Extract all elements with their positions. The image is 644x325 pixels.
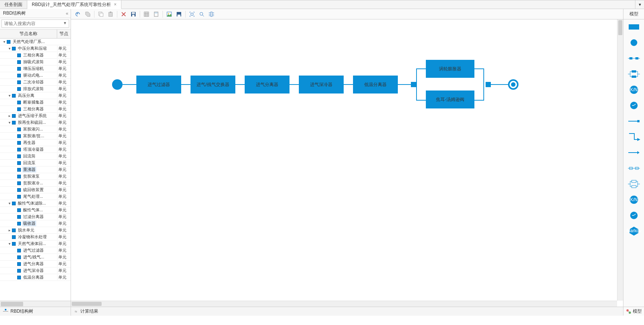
sidebar-collapse-icon[interactable]: « (66, 11, 68, 16)
undo-button[interactable] (74, 10, 82, 18)
tree-row[interactable]: 硫回收装置单元 (0, 187, 71, 193)
block-inlet-filter[interactable]: 进气过滤器 (136, 76, 181, 93)
palette-circle-icon[interactable] (629, 39, 639, 46)
search-input[interactable] (1, 19, 69, 28)
tree-row[interactable]: 低温分离器单元 (0, 274, 71, 281)
expand-icon[interactable]: ▸ (7, 114, 11, 118)
palette-footer-tab[interactable]: 模型 (623, 307, 644, 316)
palette-kn2-icon[interactable]: K/N (629, 196, 639, 203)
palette-kn-icon[interactable]: K/N (629, 86, 639, 93)
tree-row[interactable]: 进气/残气...单元 (0, 254, 71, 261)
fit-button[interactable] (188, 10, 196, 18)
expand-icon[interactable]: ▾ (7, 201, 11, 205)
tree-row[interactable]: 三相分离器单元 (0, 106, 71, 113)
tag-button[interactable] (84, 10, 92, 18)
tree-row[interactable]: 抽吸式滚筒单元 (0, 59, 71, 65)
tree-row[interactable]: ▸进气压缩子系统单元 (0, 113, 71, 119)
tabs-dropdown[interactable]: ▾ (635, 0, 644, 9)
tree-row[interactable]: ▾天然气处理厂系... (0, 39, 71, 45)
tab-rbd-design[interactable]: RBD设计_天然气处理厂系统可靠性分析× (27, 0, 121, 9)
canvas-v-scrollbar[interactable] (617, 19, 623, 301)
tree-row[interactable]: 回流筒单元 (0, 153, 71, 160)
block-jt-valve[interactable]: 焦耳-汤姆逊阀 (426, 91, 474, 108)
sidebar-footer-tab[interactable]: RBD结构树 (0, 307, 71, 316)
tree-row[interactable]: 吸收器单元 (0, 220, 71, 227)
block-lt-separator[interactable]: 低温分离器 (353, 76, 398, 93)
calc-button[interactable] (152, 10, 160, 18)
tree-row[interactable]: 贫胺液冷...单元 (0, 180, 71, 187)
tree-row[interactable]: 富胺液闪...单元 (0, 126, 71, 133)
tree-row[interactable]: 酸性气体...单元 (0, 207, 71, 214)
expand-icon[interactable]: ▾ (7, 93, 11, 98)
close-tab-icon[interactable]: × (114, 2, 117, 7)
tree-row[interactable]: 断塞捕集器单元 (0, 99, 71, 106)
paste-button[interactable] (106, 10, 115, 18)
tree-row[interactable]: 驱动式电...单元 (0, 72, 71, 79)
expand-icon[interactable]: ▾ (2, 40, 6, 44)
palette-elbow-icon[interactable] (629, 133, 639, 141)
tree-row[interactable]: 塔顶冷凝器单元 (0, 146, 71, 153)
tree-row[interactable]: ▾天然气液体回...单元 (0, 240, 71, 247)
delete-button[interactable] (120, 10, 128, 18)
align-button[interactable] (207, 10, 216, 18)
tree-row[interactable]: 尾气处理...单元 (0, 193, 71, 200)
expand-icon[interactable]: ≈ (75, 309, 77, 314)
palette-block-icon[interactable] (629, 23, 639, 31)
palette-series-icon[interactable] (629, 55, 639, 62)
palette-switch-icon[interactable] (629, 102, 639, 109)
expand-icon[interactable]: ▾ (7, 242, 11, 246)
palette-parallel2-icon[interactable] (629, 180, 639, 188)
block-exchanger[interactable]: 进气/残气交换器 (191, 76, 235, 93)
tree-row[interactable]: 二次冷却器单元 (0, 79, 71, 86)
copy-button[interactable] (97, 10, 105, 18)
save-image-button[interactable] (175, 10, 183, 18)
palette-parallel-icon[interactable] (629, 70, 639, 78)
block-separator[interactable]: 进气分离器 (245, 76, 290, 93)
bottom-panel-tab[interactable]: ≈ 计算结果 (71, 307, 623, 316)
palette-line-icon[interactable] (629, 117, 639, 125)
tree-row[interactable]: 进气分离器单元 (0, 261, 71, 267)
canvas-h-scrollbar[interactable] (71, 301, 617, 307)
end-node[interactable] (508, 79, 518, 90)
palette-markov-icon[interactable]: Markov (629, 227, 639, 235)
tree-row[interactable]: ▾酸性气体滤除...单元 (0, 200, 71, 207)
tree-row[interactable]: 贫胺液泵单元 (0, 173, 71, 180)
col-node-name[interactable]: 节点名称 (0, 30, 57, 38)
tree-row[interactable]: ▾高压分离单元 (0, 92, 71, 99)
block-turbo-expander[interactable]: 涡轮膨胀器 (426, 60, 474, 78)
tree-row[interactable]: ▸脱水单元单元 (0, 227, 71, 234)
save-button[interactable] (129, 10, 137, 18)
sidebar-h-scrollbar[interactable] (0, 301, 71, 307)
tree-row[interactable]: 重沸器单元 (0, 166, 71, 173)
tree-row[interactable]: 回流泵单元 (0, 160, 71, 166)
expand-icon[interactable]: ▸ (7, 228, 11, 232)
tree-row[interactable]: ▾胺再生和硫回...单元 (0, 119, 71, 126)
palette-series2-icon[interactable] (629, 165, 639, 172)
tree[interactable]: ▾天然气处理厂系...▾中压分离和压缩单元三相分离器单元抽吸式滚筒单元增压压缩机… (0, 39, 71, 301)
tree-row[interactable]: 增压压缩机单元 (0, 65, 71, 72)
tree-row[interactable]: 冷凝物和水处理单元 (0, 234, 71, 240)
palette-arrow-icon[interactable] (629, 149, 639, 156)
expand-icon[interactable]: ▾ (7, 46, 11, 50)
tab-task-profile[interactable]: 任务剖面 (0, 0, 27, 9)
tree-row[interactable]: 过滤分离器单元 (0, 214, 71, 220)
start-node[interactable] (112, 79, 123, 90)
tree-row[interactable]: 进气深冷器单元 (0, 267, 71, 274)
grid-button[interactable] (142, 10, 151, 18)
tree-row[interactable]: 富胺液/贫...单元 (0, 133, 71, 139)
tree-row[interactable]: ▾中压分离和压缩单元 (0, 45, 71, 52)
block-chiller[interactable]: 进气深冷器 (299, 76, 344, 93)
image-button[interactable] (165, 10, 173, 18)
parallel-join[interactable] (486, 82, 491, 87)
zoom-button[interactable] (198, 10, 206, 18)
expand-icon[interactable]: ▾ (7, 120, 11, 125)
tree-row[interactable]: 排放式滚筒单元 (0, 86, 71, 92)
col-node-type[interactable]: 节点 (57, 30, 71, 38)
diagram-canvas[interactable]: 进气过滤器 进气/残气交换器 进气分离器 进气深冷器 低温分离器 涡轮膨胀器 焦… (71, 19, 623, 307)
search-dropdown-icon[interactable]: ▼ (63, 21, 67, 25)
parallel-split[interactable] (411, 82, 416, 87)
palette-switch2-icon[interactable] (629, 212, 639, 219)
tree-row[interactable]: 三相分离器单元 (0, 52, 71, 59)
tree-row[interactable]: 再生器单元 (0, 139, 71, 146)
tree-row[interactable]: 进气过滤器单元 (0, 247, 71, 254)
